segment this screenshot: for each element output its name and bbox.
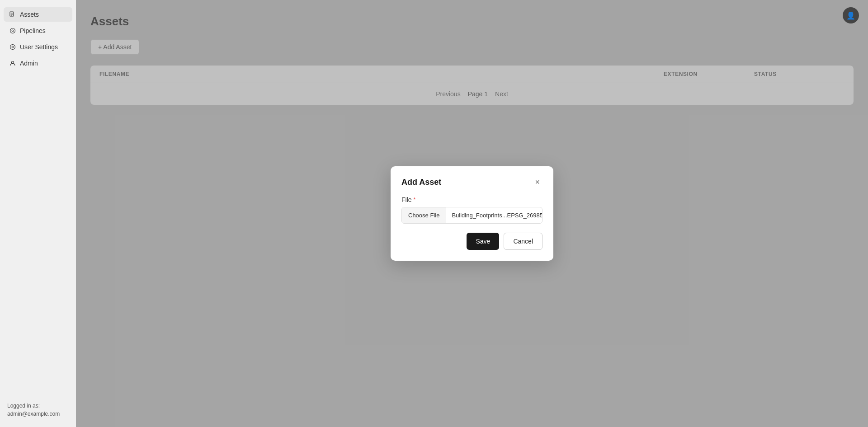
sidebar-item-user-settings[interactable]: User Settings (4, 40, 72, 54)
svg-point-4 (10, 28, 15, 33)
svg-point-5 (12, 30, 14, 32)
admin-icon (9, 60, 16, 67)
file-field: File * Choose File Building_Footprints..… (401, 196, 542, 224)
sidebar-item-admin-label: Admin (20, 60, 38, 67)
close-icon: × (535, 178, 540, 187)
add-asset-modal: Add Asset × File * Choose File Building_… (391, 166, 553, 261)
modal-overlay: Add Asset × File * Choose File Building_… (76, 0, 868, 427)
save-button[interactable]: Save (467, 233, 499, 250)
sidebar-item-user-settings-label: User Settings (20, 43, 58, 51)
cancel-button[interactable]: Cancel (504, 233, 542, 250)
svg-point-7 (12, 46, 14, 48)
choose-file-button[interactable]: Choose File (402, 207, 446, 223)
assets-icon (9, 11, 16, 18)
sidebar-item-pipelines[interactable]: Pipelines (4, 23, 72, 38)
main-content: Assets + Add Asset FILENAME EXTENSION ST… (76, 0, 868, 427)
user-settings-icon (9, 43, 16, 51)
sidebar-item-pipelines-label: Pipelines (20, 27, 46, 34)
modal-actions: Save Cancel (401, 233, 542, 250)
file-label: File * (401, 196, 542, 203)
required-star: * (414, 197, 416, 203)
modal-header: Add Asset × (401, 177, 542, 187)
sidebar: Assets Pipelines User Settings (0, 0, 76, 427)
file-input-wrapper: Choose File Building_Footprints...EPSG_2… (401, 207, 542, 224)
pipelines-icon (9, 27, 16, 34)
sidebar-item-assets[interactable]: Assets (4, 7, 72, 22)
user-avatar[interactable]: 👤 (843, 7, 859, 23)
user-avatar-icon: 👤 (846, 11, 855, 20)
logged-in-email: admin@example.com (7, 411, 60, 417)
svg-point-6 (10, 45, 15, 50)
sidebar-footer: Logged in as: admin@example.com (7, 402, 60, 418)
sidebar-item-admin[interactable]: Admin (4, 56, 72, 70)
modal-close-button[interactable]: × (532, 177, 542, 187)
sidebar-nav: Assets Pipelines User Settings (0, 7, 76, 70)
file-name-display: Building_Footprints...EPSG_26985.shp.zip (446, 207, 542, 223)
modal-title: Add Asset (401, 178, 441, 187)
logged-in-as-label: Logged in as: (7, 403, 40, 409)
sidebar-item-assets-label: Assets (20, 11, 39, 18)
